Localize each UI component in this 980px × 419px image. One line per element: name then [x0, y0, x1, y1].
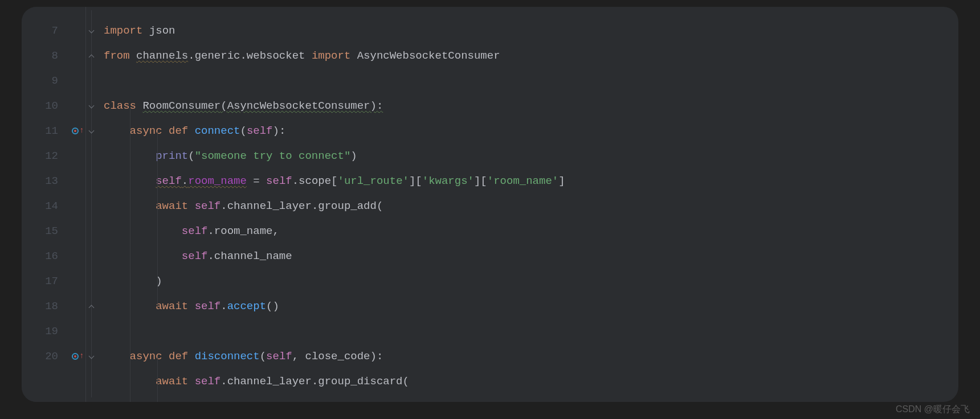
- indent-guide: [157, 132, 158, 307]
- current-line-highlight: [22, 319, 958, 344]
- line-number: 19: [22, 319, 62, 344]
- line-number: 18: [22, 294, 62, 319]
- code-line[interactable]: async def connect(self):: [104, 118, 958, 143]
- line-number: 20: [22, 344, 62, 369]
- code-line[interactable]: [104, 319, 958, 344]
- line-number: 16: [22, 244, 62, 269]
- code-line[interactable]: await self.channel_layer.group_add(: [104, 194, 958, 219]
- line-number: 14: [22, 194, 62, 219]
- indent-guide: [157, 358, 158, 402]
- watermark-text: CSDN @暖仔会飞: [896, 404, 970, 416]
- code-line[interactable]: from channels.generic.websocket import A…: [104, 43, 958, 68]
- line-number-gutter: 7 8 9 10 11 12 13 14 15 16 17 18 19 20: [22, 7, 67, 402]
- line-number: 9: [22, 68, 62, 93]
- fold-end-icon[interactable]: [88, 303, 95, 310]
- line-number: 7: [22, 18, 62, 43]
- override-marker-icon[interactable]: ↑: [67, 344, 85, 369]
- code-line[interactable]: class RoomConsumer(AsyncWebsocketConsume…: [104, 93, 958, 118]
- fold-toggle-icon[interactable]: [88, 102, 95, 109]
- code-area[interactable]: import json from channels.generic.websoc…: [97, 7, 958, 402]
- code-line[interactable]: self.channel_name: [104, 244, 958, 269]
- fold-toggle-icon[interactable]: [88, 353, 95, 360]
- fold-toggle-icon[interactable]: [88, 128, 95, 134]
- line-number: 15: [22, 219, 62, 244]
- fold-end-icon[interactable]: [88, 52, 95, 59]
- code-line[interactable]: await self.channel_layer.group_discard(: [104, 369, 958, 394]
- line-number: 17: [22, 269, 62, 294]
- line-number: 11: [22, 118, 62, 143]
- line-number: 10: [22, 93, 62, 118]
- override-marker-icon[interactable]: ↑: [67, 118, 85, 143]
- line-number: 12: [22, 143, 62, 169]
- gutter-icons: ↑ ↑: [67, 7, 85, 402]
- editor-frame: 7 8 9 10 11 12 13 14 15 16 17 18 19 20 ↑…: [22, 7, 958, 402]
- line-number: [22, 369, 62, 394]
- code-line[interactable]: async def disconnect(self, close_code):: [104, 344, 958, 369]
- code-line[interactable]: print("someone try to connect"): [104, 143, 958, 169]
- code-line[interactable]: [104, 68, 958, 93]
- code-line[interactable]: await self.accept(): [104, 294, 958, 319]
- code-line[interactable]: self.room_name = self.scope['url_route']…: [104, 169, 958, 194]
- line-number: 13: [22, 169, 62, 194]
- code-line[interactable]: self.room_name,: [104, 219, 958, 244]
- line-number: 8: [22, 43, 62, 68]
- indent-guide: [130, 107, 130, 402]
- code-line[interactable]: ): [104, 269, 958, 294]
- code-line[interactable]: import json: [104, 18, 958, 43]
- fold-column: [85, 7, 97, 402]
- fold-toggle-icon[interactable]: [88, 27, 95, 34]
